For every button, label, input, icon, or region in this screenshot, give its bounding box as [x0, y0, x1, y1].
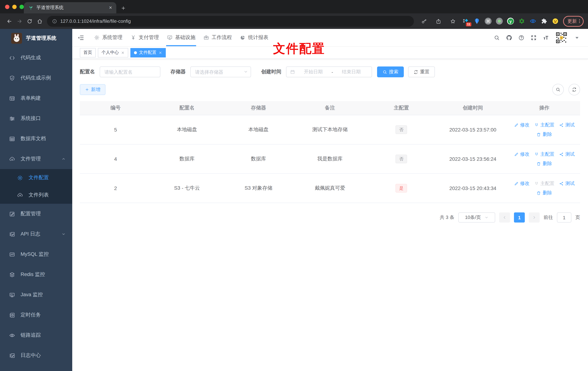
extension-green-y-icon[interactable]: y [507, 18, 514, 25]
extension-star-icon[interactable] [518, 18, 525, 25]
briefcase-icon [203, 35, 209, 41]
delete-link[interactable]: 删除 [536, 190, 552, 196]
edit-link[interactable]: 修改 [514, 151, 529, 158]
share-icon[interactable] [433, 16, 443, 26]
goto-page-input[interactable] [557, 212, 571, 223]
back-button[interactable] [4, 16, 14, 26]
sidebar-item-db-doc[interactable]: 数据库文档 [0, 129, 72, 149]
browser-update-button[interactable]: 更新 [563, 16, 584, 27]
cell-name: 本地磁盘 [151, 127, 223, 133]
extensions-puzzle-icon[interactable] [541, 18, 547, 25]
password-key-icon[interactable] [419, 16, 429, 26]
sidebar-item-log-center[interactable]: 日志中心 [0, 345, 72, 366]
edit-link[interactable]: 修改 [514, 180, 529, 187]
sidebar-item-system-api[interactable]: 系统接口 [0, 108, 72, 129]
cell-actions: 修改 主配置 测试 删除 [509, 122, 580, 138]
tag-home[interactable]: 首页 [80, 48, 96, 57]
home-button[interactable] [35, 16, 45, 26]
nav-payment-management[interactable]: 支付管理 [126, 29, 163, 46]
avatar-caret-icon[interactable] [574, 34, 580, 41]
user-avatar-qr[interactable] [555, 31, 568, 44]
extension-eye-icon[interactable] [529, 18, 536, 25]
storage-select-input[interactable] [190, 66, 251, 77]
close-icon[interactable] [158, 51, 162, 54]
bookmark-star-icon[interactable] [448, 16, 458, 26]
sidebar-item-api-log[interactable]: API 日志 [0, 224, 72, 244]
sidebar-item-scheduled-task[interactable]: 定时任务 [0, 305, 72, 325]
master-tag: 是 [396, 184, 407, 192]
sidebar-item-file-management[interactable]: 文件管理 [0, 149, 72, 169]
header-search-icon[interactable] [494, 34, 500, 41]
delete-link[interactable]: 删除 [536, 160, 552, 167]
browser-menu-icon[interactable] [577, 18, 582, 24]
test-link[interactable]: 测试 [559, 180, 575, 187]
address-bar[interactable]: 127.0.0.1:1024/infra/file/file-config [47, 16, 414, 27]
page-size-select[interactable]: 10条/页 [458, 212, 495, 223]
sidebar-item-file-config[interactable]: 文件配置 [0, 169, 72, 186]
reload-button[interactable] [25, 16, 35, 26]
close-icon[interactable] [121, 51, 125, 54]
test-link[interactable]: 测试 [559, 151, 575, 158]
fullscreen-icon[interactable] [531, 34, 537, 41]
window-zoom-button[interactable] [20, 5, 24, 9]
browser-tab[interactable]: 芋道管理系统 ✕ [24, 2, 116, 13]
extension-recorder-icon[interactable] [496, 18, 503, 25]
browser-tab-strip: 芋道管理系统 ✕ [0, 0, 588, 13]
nav-system-management[interactable]: 系统管理 [90, 29, 126, 46]
window-close-button[interactable] [5, 5, 9, 9]
extension-emoji-icon[interactable] [552, 18, 559, 25]
sidebar-item-mysql-monitor[interactable]: MySQL 监控 [0, 244, 72, 265]
nav-report[interactable]: 统计报表 [236, 29, 272, 46]
navbar-right [494, 31, 580, 44]
start-date-placeholder[interactable]: 开始日期 [296, 69, 330, 75]
delete-link[interactable]: 删除 [536, 131, 552, 138]
next-page-button[interactable] [529, 212, 540, 223]
sidebar-item-file-list[interactable]: 文件列表 [0, 186, 72, 204]
search-button[interactable]: 搜索 [377, 66, 404, 77]
master-link[interactable]: 主配置 [534, 151, 554, 158]
refresh-table-button[interactable] [568, 84, 580, 95]
show-search-button[interactable] [552, 84, 564, 95]
font-size-icon[interactable] [543, 34, 549, 41]
tab-close-icon[interactable]: ✕ [108, 5, 113, 11]
window-minimize-button[interactable] [12, 5, 17, 9]
reset-button[interactable]: 重置 [408, 66, 435, 77]
help-icon[interactable] [518, 34, 525, 41]
extension-command-icon[interactable]: ⌘ [485, 18, 492, 25]
date-range-picker[interactable]: 开始日期 - 结束日期 [286, 66, 372, 77]
sidebar-item-code-generation[interactable]: 代码生成 [0, 48, 72, 68]
config-name-input[interactable] [100, 66, 160, 77]
current-page-button[interactable]: 1 [514, 212, 525, 223]
sidebar-item-tracing[interactable]: 链路追踪 [0, 325, 72, 345]
nav-infrastructure[interactable]: 基础设施 [163, 29, 199, 46]
sidebar-item-java-monitor[interactable]: Java 监控 [0, 285, 72, 305]
sliders-icon [9, 116, 15, 122]
tag-file-config[interactable]: 文件配置 [130, 48, 166, 57]
sidebar-item-code-example[interactable]: 代码生成示例 [0, 68, 72, 88]
test-link[interactable]: 测试 [559, 122, 575, 128]
sidebar-item-form-builder[interactable]: 表单构建 [0, 88, 72, 108]
magnet-icon [534, 181, 539, 186]
table-toolbar: 新增 [80, 84, 580, 95]
edit-link[interactable]: 修改 [514, 122, 529, 128]
new-tab-button[interactable] [121, 5, 126, 11]
extension-balloon-icon[interactable] [473, 18, 480, 25]
add-button[interactable]: 新增 [80, 84, 105, 95]
nav-workflow[interactable]: 工作流程 [199, 29, 236, 46]
github-icon[interactable] [506, 34, 512, 41]
site-info-icon[interactable] [52, 19, 57, 24]
sidebar-item-config-management[interactable]: 配置管理 [0, 204, 72, 224]
cell-remark: 戴佩妮真可爱 [294, 185, 366, 191]
prev-page-button[interactable] [499, 212, 510, 223]
master-link[interactable]: 主配置 [534, 122, 554, 128]
tag-profile[interactable]: 个人中心 [98, 48, 128, 57]
top-navbar: 系统管理 支付管理 基础设施 工作流程 统计报表 [72, 29, 588, 47]
sidebar-collapse-icon[interactable] [77, 34, 84, 41]
extension-palette-icon[interactable]: 11 [462, 18, 469, 25]
forward-button[interactable] [14, 16, 25, 26]
end-date-placeholder[interactable]: 结束日期 [335, 69, 368, 75]
extension-badge: 11 [466, 22, 471, 26]
form-icon [9, 95, 15, 101]
storage-select[interactable] [190, 66, 251, 77]
sidebar-item-redis-monitor[interactable]: Redis 监控 [0, 265, 72, 285]
